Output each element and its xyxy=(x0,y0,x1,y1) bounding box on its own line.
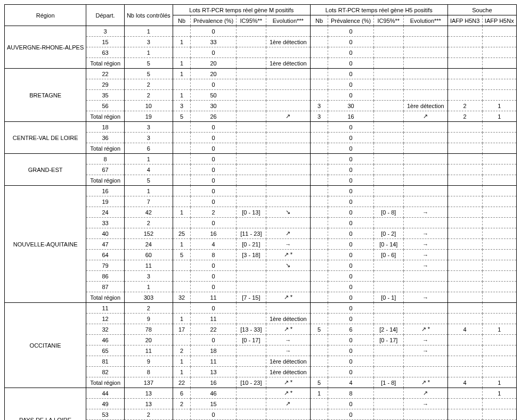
m-prev-cell: 0 xyxy=(191,282,237,292)
s1-cell xyxy=(447,207,482,218)
m-evo-cell: 1ère détection xyxy=(266,356,310,367)
s1-cell xyxy=(447,154,482,164)
s2-cell xyxy=(482,314,516,324)
s2-cell: 1 xyxy=(482,388,516,399)
s2-cell xyxy=(482,228,516,239)
s2-cell xyxy=(482,154,516,164)
s1-cell xyxy=(447,69,482,79)
m-prev-cell: 20 xyxy=(191,58,237,69)
s1-cell xyxy=(447,47,482,58)
h-nb-cell xyxy=(310,292,328,303)
h-ic-cell xyxy=(373,90,403,101)
m-nb-cell: 5 xyxy=(173,111,190,122)
h-evo-cell xyxy=(403,69,447,79)
h-nb-cell xyxy=(310,122,328,133)
m-evo-cell xyxy=(266,154,310,164)
h-ic-cell xyxy=(373,356,403,367)
h-evo-cell: ↗ xyxy=(403,111,447,122)
h-evo-cell xyxy=(403,154,447,164)
dep-cell: 49 xyxy=(86,399,125,409)
m-evo-cell: ↗ * xyxy=(266,292,310,303)
h-nb-cell xyxy=(310,79,328,90)
h-prev-cell: 0 xyxy=(328,314,374,324)
dep-cell: 44 xyxy=(86,388,125,399)
h-prev-cell: 0 xyxy=(328,399,374,409)
m-ic-cell: [10 - 23] xyxy=(236,377,266,388)
s1-cell xyxy=(447,367,482,377)
m-ic-cell xyxy=(236,164,266,175)
h-nb-cell xyxy=(310,207,328,218)
dep-cell: 29 xyxy=(86,79,125,90)
dep-cell: 56 xyxy=(86,101,125,111)
hdr-h-evo: Evolution*** xyxy=(403,15,447,26)
h-ic-cell: [1 - 8] xyxy=(373,377,403,388)
dep-cell: 82 xyxy=(86,367,125,377)
table-row: OCCITANIE11200 xyxy=(5,303,517,314)
h-prev-cell: 4 xyxy=(328,377,374,388)
m-ic-cell xyxy=(236,399,266,409)
m-nb-cell xyxy=(173,154,190,164)
s2-cell xyxy=(482,79,516,90)
h-evo-cell xyxy=(403,271,447,282)
dep-cell: Total région xyxy=(86,111,125,122)
h-prev-cell: 0 xyxy=(328,303,374,314)
m-ic-cell xyxy=(236,58,266,69)
region-cell: BRETAGNE xyxy=(5,69,86,122)
hdr-s2: IAFP H5Nx xyxy=(482,15,516,26)
h-nb-cell xyxy=(310,409,328,420)
m-ic-cell xyxy=(236,409,266,420)
m-prev-cell: 0 xyxy=(191,271,237,282)
h-prev-cell: 0 xyxy=(328,292,374,303)
nblots-cell: 4 xyxy=(124,164,173,175)
h-prev-cell: 0 xyxy=(328,164,374,175)
h-evo-cell: → xyxy=(403,250,447,260)
dep-cell: Total région xyxy=(86,377,125,388)
hdr-depart: Départ. xyxy=(86,5,125,26)
m-nb-cell: 1 xyxy=(173,90,190,101)
h-evo-cell xyxy=(403,37,447,47)
h-ic-cell xyxy=(373,345,403,356)
h-prev-cell: 0 xyxy=(328,335,374,345)
m-ic-cell xyxy=(236,111,266,122)
h-ic-cell xyxy=(373,26,403,37)
h-ic-cell xyxy=(373,47,403,58)
h-nb-cell xyxy=(310,186,328,196)
nblots-cell: 78 xyxy=(124,324,173,335)
m-ic-cell xyxy=(236,133,266,143)
m-nb-cell: 32 xyxy=(173,292,190,303)
m-evo-cell: ↗ * xyxy=(266,250,310,260)
m-nb-cell: 25 xyxy=(173,228,190,239)
region-cell: PAYS DE LA LOIRE xyxy=(5,388,86,421)
nblots-cell: 7 xyxy=(124,196,173,207)
nblots-cell: 60 xyxy=(124,250,173,260)
m-nb-cell xyxy=(173,260,190,271)
s1-cell: 4 xyxy=(447,377,482,388)
m-ic-cell xyxy=(236,101,266,111)
m-prev-cell: 0 xyxy=(191,196,237,207)
dep-cell: 79 xyxy=(86,260,125,271)
table-row: NOUVELLE-AQUITAINE16100 xyxy=(5,186,517,196)
h-prev-cell: 6 xyxy=(328,324,374,335)
nblots-cell: 9 xyxy=(124,314,173,324)
m-prev-cell: 0 xyxy=(191,260,237,271)
s1-cell xyxy=(447,26,482,37)
dep-cell: 87 xyxy=(86,282,125,292)
h-evo-cell xyxy=(403,164,447,175)
m-evo-cell xyxy=(266,186,310,196)
nblots-cell: 11 xyxy=(124,260,173,271)
s2-cell xyxy=(482,282,516,292)
s2-cell xyxy=(482,186,516,196)
m-prev-cell: 0 xyxy=(191,154,237,164)
h-nb-cell xyxy=(310,58,328,69)
h-nb-cell xyxy=(310,367,328,377)
dep-cell: 35 xyxy=(86,90,125,101)
m-ic-cell xyxy=(236,388,266,399)
h-evo-cell xyxy=(403,143,447,154)
m-ic-cell xyxy=(236,367,266,377)
m-ic-cell xyxy=(236,303,266,314)
m-prev-cell: 0 xyxy=(191,409,237,420)
h-ic-cell xyxy=(373,399,403,409)
s2-cell xyxy=(482,37,516,47)
m-nb-cell: 1 xyxy=(173,37,190,47)
h-prev-cell: 0 xyxy=(328,79,374,90)
